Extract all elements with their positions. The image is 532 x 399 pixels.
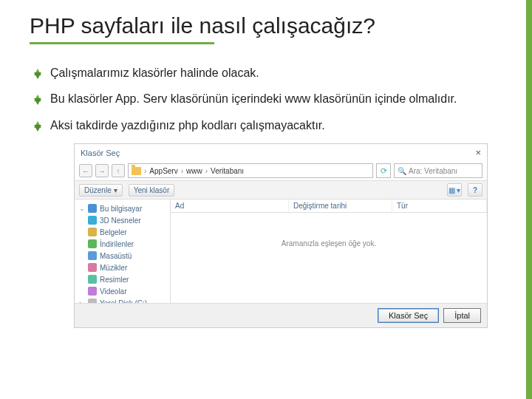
dialog-footer: Klasör Seç İptal bbox=[75, 303, 487, 327]
forward-button[interactable]: → bbox=[95, 164, 109, 177]
chevron-down-icon: ▾ bbox=[114, 186, 117, 194]
documents-icon bbox=[88, 228, 97, 236]
sidebar-item-videos[interactable]: Videolar bbox=[76, 285, 168, 297]
sidebar-label: Resimler bbox=[100, 276, 129, 284]
search-placeholder: Ara: Veritabanı bbox=[409, 167, 457, 175]
bullet-item: Bu klasörler App. Serv klasörünün içerin… bbox=[34, 91, 502, 107]
empty-folder-message: Aramanızla eşleşen öğe yok. bbox=[171, 239, 487, 248]
sidebar-label: Müzikler bbox=[100, 264, 127, 272]
close-icon[interactable]: × bbox=[475, 147, 481, 158]
sidebar-label: Bu bilgisayar bbox=[100, 205, 142, 213]
sidebar-item-this-pc[interactable]: ⌄Bu bilgisayar bbox=[76, 202, 168, 214]
sidebar-label: Videolar bbox=[100, 287, 127, 296]
column-headers: Ad Değiştirme tarihi Tür bbox=[171, 200, 487, 213]
caret-icon: ⌄ bbox=[79, 205, 85, 212]
sidebar-item-local-disk-c[interactable]: ›Yerel Disk (C:) bbox=[76, 297, 168, 303]
dialog-body: ⌄Bu bilgisayar 3D Nesneler Belgeler İndi… bbox=[75, 200, 487, 303]
bullet-list: Çalışmalarımız klasörler halinde olacak.… bbox=[34, 65, 502, 134]
breadcrumb-bar[interactable]: › AppServ › www › Veritabanı bbox=[128, 163, 373, 178]
sidebar-item-desktop[interactable]: Masaüstü bbox=[76, 250, 168, 262]
sidebar-item-downloads[interactable]: İndirilenler bbox=[76, 238, 168, 250]
sidebar-label: İndirilenler bbox=[100, 240, 134, 248]
refresh-button[interactable]: ⟳ bbox=[376, 163, 391, 178]
column-type[interactable]: Tür bbox=[392, 200, 487, 212]
slide-title: PHP sayfaları ile nasıl çalışacağız? bbox=[30, 13, 502, 39]
chevron-right-icon: › bbox=[181, 167, 183, 175]
dialog-sidebar: ⌄Bu bilgisayar 3D Nesneler Belgeler İndi… bbox=[75, 200, 171, 303]
slide-container: PHP sayfaları ile nasıl çalışacağız? Çal… bbox=[0, 0, 532, 335]
sidebar-item-music[interactable]: Müzikler bbox=[76, 262, 168, 273]
cube-icon bbox=[88, 216, 97, 225]
dialog-content: Ad Değiştirme tarihi Tür Aramanızla eşle… bbox=[171, 200, 487, 303]
chevron-right-icon: › bbox=[205, 167, 208, 175]
videos-icon bbox=[88, 287, 97, 296]
pc-icon bbox=[88, 204, 97, 213]
bullet-item: Aksi takdirde yazdığınız php kodları çal… bbox=[34, 117, 502, 134]
disk-icon bbox=[88, 299, 97, 303]
folder-icon bbox=[132, 167, 141, 175]
new-folder-label: Yeni klasör bbox=[134, 186, 170, 194]
back-button[interactable]: ← bbox=[79, 164, 92, 177]
folder-select-dialog: Klasör Seç × ← → ↑ › AppServ › www › Ver… bbox=[74, 143, 488, 328]
organize-button[interactable]: Düzenle ▾ bbox=[79, 184, 123, 197]
organize-label: Düzenle bbox=[84, 186, 112, 194]
accent-bar bbox=[526, 0, 532, 399]
dialog-toolbar: Düzenle ▾ Yeni klasör ▦ ▾ ? bbox=[75, 180, 487, 200]
chevron-right-icon: › bbox=[144, 167, 146, 175]
pictures-icon bbox=[88, 275, 97, 284]
sidebar-label: Yerel Disk (C:) bbox=[100, 299, 147, 304]
caret-icon: › bbox=[79, 299, 85, 303]
title-underline bbox=[30, 42, 214, 44]
music-icon bbox=[88, 263, 97, 272]
dialog-header: Klasör Seç × bbox=[75, 144, 487, 161]
dialog-title: Klasör Seç bbox=[81, 149, 120, 157]
select-folder-button[interactable]: Klasör Seç bbox=[378, 308, 439, 323]
column-date[interactable]: Değiştirme tarihi bbox=[289, 200, 392, 212]
dialog-nav-row: ← → ↑ › AppServ › www › Veritabanı ⟳ 🔍 A… bbox=[75, 161, 487, 180]
bullet-item: Çalışmalarımız klasörler halinde olacak. bbox=[34, 65, 502, 81]
column-name[interactable]: Ad bbox=[171, 200, 289, 212]
up-button[interactable]: ↑ bbox=[112, 164, 125, 177]
search-icon: 🔍 bbox=[398, 167, 406, 175]
search-input[interactable]: 🔍 Ara: Veritabanı bbox=[394, 163, 482, 178]
new-folder-button[interactable]: Yeni klasör bbox=[129, 184, 175, 197]
breadcrumb-item[interactable]: www bbox=[186, 167, 202, 175]
sidebar-label: Masaüstü bbox=[100, 252, 132, 260]
sidebar-label: Belgeler bbox=[100, 228, 127, 236]
sidebar-item-documents[interactable]: Belgeler bbox=[76, 226, 168, 238]
desktop-icon bbox=[88, 251, 97, 260]
sidebar-label: 3D Nesneler bbox=[100, 216, 141, 225]
breadcrumb-item[interactable]: Veritabanı bbox=[211, 167, 244, 175]
breadcrumb-item[interactable]: AppServ bbox=[149, 167, 177, 175]
help-button[interactable]: ? bbox=[468, 183, 482, 197]
sidebar-item-3d[interactable]: 3D Nesneler bbox=[76, 214, 168, 226]
sidebar-item-pictures[interactable]: Resimler bbox=[76, 273, 168, 285]
cancel-button[interactable]: İptal bbox=[443, 308, 481, 323]
view-options-button[interactable]: ▦ ▾ bbox=[447, 183, 462, 197]
downloads-icon bbox=[88, 239, 97, 248]
